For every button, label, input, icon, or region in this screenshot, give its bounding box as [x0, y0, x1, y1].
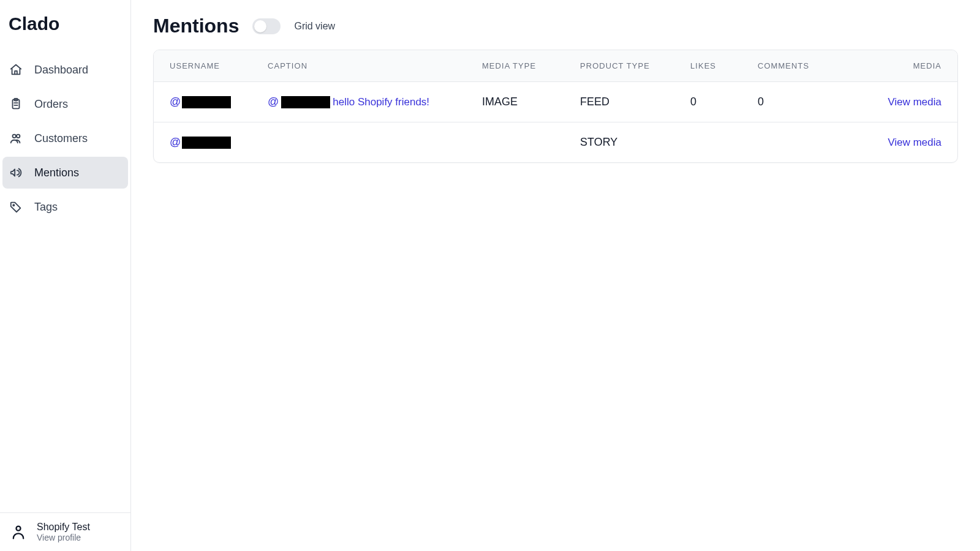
col-header-likes: Likes — [690, 61, 758, 70]
sidebar-item-label: Dashboard — [34, 64, 88, 77]
sidebar-item-label: Mentions — [34, 167, 79, 179]
table-row: @ STORY View media — [154, 122, 957, 162]
table-row: @ @ hello Shopify friends! IMAGE FEED 0 … — [154, 82, 957, 122]
sidebar-item-customers[interactable]: Customers — [2, 122, 128, 154]
col-header-caption: Caption — [268, 61, 482, 70]
at-symbol: @ — [170, 136, 181, 149]
sidebar-item-dashboard[interactable]: Dashboard — [2, 54, 128, 86]
table-header-row: Username Caption Media Type Product Type… — [154, 50, 957, 82]
caption-text: hello Shopify friends! — [333, 96, 429, 108]
at-symbol: @ — [170, 96, 181, 108]
user-icon — [10, 523, 27, 541]
col-header-product-type: Product Type — [580, 61, 690, 70]
redacted-username — [182, 137, 231, 149]
col-header-media-type: Media Type — [482, 61, 580, 70]
sidebar-footer: Shopify Test View profile — [0, 512, 130, 551]
redacted-handle — [281, 96, 330, 108]
tag-icon — [9, 200, 23, 214]
sidebar-nav: Dashboard Orders Customers Mentions Tags — [0, 40, 130, 512]
at-symbol: @ — [268, 96, 279, 108]
home-icon — [9, 62, 23, 77]
sidebar-item-label: Orders — [34, 98, 68, 111]
megaphone-icon — [9, 165, 23, 180]
col-header-comments: Comments — [758, 61, 850, 70]
page-header: Mentions Grid view — [153, 15, 958, 37]
product-type-cell: STORY — [580, 136, 690, 149]
svg-point-6 — [13, 204, 14, 206]
sidebar-item-tags[interactable]: Tags — [2, 191, 128, 223]
users-icon — [9, 131, 23, 146]
page-title: Mentions — [153, 15, 239, 37]
sidebar-item-mentions[interactable]: Mentions — [2, 157, 128, 189]
comments-cell: 0 — [758, 96, 850, 108]
product-type-cell: FEED — [580, 96, 690, 108]
sidebar-item-label: Customers — [34, 132, 88, 145]
mentions-table: Username Caption Media Type Product Type… — [153, 50, 958, 163]
redacted-username — [182, 96, 231, 108]
view-profile-link[interactable]: View profile — [37, 533, 90, 542]
view-media-link[interactable]: View media — [850, 96, 941, 108]
view-media-link[interactable]: View media — [850, 137, 941, 149]
sidebar-item-orders[interactable]: Orders — [2, 88, 128, 120]
username-cell[interactable]: @ — [170, 136, 268, 149]
likes-cell: 0 — [690, 96, 758, 108]
username-cell[interactable]: @ — [170, 96, 268, 108]
svg-point-7 — [17, 527, 21, 531]
media-type-cell: IMAGE — [482, 96, 580, 108]
grid-view-toggle-label: Grid view — [294, 21, 335, 32]
toggle-knob — [254, 20, 266, 32]
clipboard-icon — [9, 97, 23, 111]
main-content: Mentions Grid view Username Caption Medi… — [131, 0, 980, 551]
grid-view-toggle[interactable] — [252, 18, 281, 34]
sidebar: Clado Dashboard Orders Customers Mention… — [0, 0, 131, 551]
caption-cell: @ hello Shopify friends! — [268, 96, 482, 108]
col-header-username: Username — [170, 61, 268, 70]
svg-point-5 — [17, 135, 20, 138]
sidebar-item-label: Tags — [34, 201, 58, 214]
footer-user-name: Shopify Test — [37, 522, 90, 533]
app-brand: Clado — [0, 0, 130, 40]
col-header-media: Media — [850, 61, 941, 70]
svg-point-4 — [13, 135, 17, 138]
